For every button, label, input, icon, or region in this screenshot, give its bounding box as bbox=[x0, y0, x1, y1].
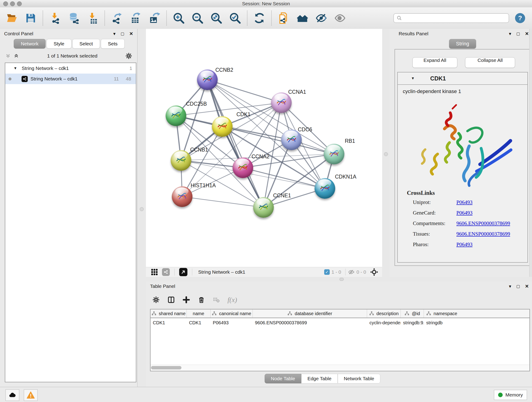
gear-icon[interactable] bbox=[125, 52, 132, 59]
search-input[interactable] bbox=[393, 13, 509, 23]
cell-id[interactable]: stringdb:9... bbox=[401, 320, 424, 325]
grid-mode-icon[interactable] bbox=[151, 269, 158, 275]
crosslink-pharos[interactable]: P06493 bbox=[456, 242, 472, 248]
horizontal-splitter[interactable] bbox=[146, 277, 532, 281]
help-button[interactable]: ? bbox=[515, 13, 525, 23]
show-columns-icon[interactable] bbox=[167, 296, 175, 303]
panel-menu-icon[interactable]: ▾ bbox=[113, 31, 115, 36]
delete-column-icon[interactable] bbox=[198, 296, 205, 303]
network-node-ccna2[interactable] bbox=[233, 157, 253, 178]
tab-select[interactable]: Select bbox=[72, 39, 100, 49]
window-minimize-button[interactable] bbox=[10, 1, 15, 6]
hide-selected-button[interactable] bbox=[315, 12, 327, 24]
add-column-icon[interactable] bbox=[183, 296, 190, 303]
column-header-id[interactable]: @id bbox=[401, 309, 424, 318]
tab-network-table[interactable]: Network Table bbox=[338, 374, 380, 383]
right-splitter-handle[interactable] bbox=[384, 152, 388, 156]
column-header-database-identifier[interactable]: database identifier bbox=[253, 309, 367, 318]
table-menu-icon[interactable]: ▾ bbox=[509, 283, 511, 289]
network-node-cdkn1a[interactable] bbox=[315, 178, 335, 199]
column-header-namespace[interactable]: namespace bbox=[424, 309, 530, 318]
network-view[interactable]: CCNB2CCNA1CDC25BCDK1CDC6RB1CCNB1CCNA2CDK… bbox=[146, 29, 382, 277]
collapse-all-icon[interactable] bbox=[5, 53, 11, 59]
crosslink-compartments[interactable]: 9606.ENSP00000378699 bbox=[456, 220, 510, 226]
save-session-button[interactable] bbox=[25, 12, 37, 24]
crosslink-genecard[interactable]: P06493 bbox=[456, 210, 472, 216]
table-float-icon[interactable]: ▢ bbox=[516, 284, 520, 289]
results-scrollbar[interactable] bbox=[529, 29, 532, 281]
cell-shared-name[interactable]: CDK1 bbox=[151, 320, 187, 325]
cell-name[interactable]: CDK1 bbox=[187, 320, 210, 325]
network-canvas[interactable]: CCNB2CCNA1CDC25BCDK1CDC6RB1CCNB1CCNA2CDK… bbox=[146, 29, 382, 267]
cell-canonical-name[interactable]: P06493 bbox=[210, 320, 253, 325]
cell-namespace[interactable]: stringdb bbox=[424, 320, 530, 325]
collection-expand-icon[interactable]: ▼ bbox=[13, 66, 17, 70]
network-node-rb1[interactable] bbox=[324, 144, 344, 164]
right-splitter[interactable] bbox=[382, 29, 389, 281]
export-image-button[interactable] bbox=[148, 12, 160, 24]
zoom-out-button[interactable] bbox=[191, 12, 203, 24]
expand-all-icon[interactable] bbox=[13, 53, 19, 59]
left-splitter[interactable] bbox=[138, 29, 146, 387]
tab-string[interactable]: String bbox=[449, 39, 476, 49]
export-table-button[interactable] bbox=[130, 12, 142, 24]
crosslink-uniprot[interactable]: P06493 bbox=[456, 199, 472, 205]
search-field[interactable] bbox=[402, 15, 506, 21]
column-header-shared-name[interactable]: shared name bbox=[151, 309, 187, 318]
tab-edge-table[interactable]: Edge Table bbox=[301, 374, 338, 383]
column-header-canonical-name[interactable]: canonical name bbox=[210, 309, 253, 318]
detach-view-button[interactable] bbox=[179, 268, 187, 276]
horizontal-splitter-handle[interactable] bbox=[340, 278, 344, 281]
first-neighbors-button[interactable] bbox=[297, 12, 308, 24]
open-session-button[interactable] bbox=[6, 12, 18, 24]
refresh-button[interactable] bbox=[253, 12, 265, 24]
table-settings-gear-icon[interactable] bbox=[152, 296, 160, 303]
gene-card-header[interactable]: ▼ CDK1 bbox=[398, 72, 527, 85]
import-network-database-button[interactable] bbox=[68, 12, 80, 24]
window-close-button[interactable] bbox=[3, 1, 8, 6]
results-menu-icon[interactable]: ▾ bbox=[509, 31, 511, 36]
network-node-hist1h1a[interactable] bbox=[172, 186, 192, 207]
cell-database-identifier[interactable]: 9606.ENSP00000378699 bbox=[253, 320, 367, 325]
clone-network-button[interactable] bbox=[278, 12, 290, 24]
network-collection-row[interactable]: ▼ String Network – cdk1 1 bbox=[5, 63, 136, 74]
network-mode-icon[interactable] bbox=[162, 268, 170, 276]
show-all-button[interactable] bbox=[334, 12, 346, 24]
network-node-ccna1[interactable] bbox=[271, 92, 292, 113]
cell-description[interactable]: cyclin-dependent ... bbox=[367, 320, 401, 325]
panel-float-icon[interactable]: ▢ bbox=[120, 32, 124, 36]
export-network-button[interactable] bbox=[111, 12, 123, 24]
column-header-description[interactable]: description bbox=[367, 309, 401, 318]
network-node-cdc25b[interactable] bbox=[166, 105, 186, 126]
table-horizontal-scrollbar[interactable] bbox=[151, 365, 530, 371]
fit-selected-icon[interactable] bbox=[370, 268, 378, 276]
column-header-name[interactable]: name bbox=[187, 309, 210, 318]
window-zoom-button[interactable] bbox=[17, 1, 22, 6]
scrollbar-thumb[interactable] bbox=[151, 366, 181, 370]
tab-node-table[interactable]: Node Table bbox=[265, 374, 301, 383]
crosslink-tissues[interactable]: 9606.ENSP00000378699 bbox=[456, 231, 510, 237]
tab-style[interactable]: Style bbox=[46, 39, 71, 49]
cloud-button[interactable] bbox=[6, 389, 19, 401]
zoom-fit-button[interactable] bbox=[210, 12, 222, 24]
selected-checkbox-icon[interactable]: ✓ bbox=[324, 269, 330, 275]
expand-all-button[interactable]: Expand All bbox=[412, 57, 457, 68]
network-node-ccnb1[interactable] bbox=[171, 150, 191, 171]
collapse-all-button[interactable]: Collapse All bbox=[465, 57, 515, 68]
network-node-ccnb2[interactable] bbox=[197, 70, 218, 90]
import-network-file-button[interactable] bbox=[49, 12, 61, 24]
tab-sets[interactable]: Sets bbox=[101, 39, 125, 49]
table-close-icon[interactable]: ✕ bbox=[525, 283, 529, 289]
network-row[interactable]: String Network – cdk1 11 48 bbox=[5, 74, 136, 84]
network-node-cdk1[interactable] bbox=[212, 116, 233, 137]
table-row[interactable]: CDK1 CDK1 P06493 9606.ENSP00000378699 cy… bbox=[151, 318, 530, 327]
warnings-button[interactable] bbox=[24, 389, 38, 401]
left-splitter-handle[interactable] bbox=[140, 207, 144, 211]
zoom-in-button[interactable] bbox=[173, 12, 185, 24]
tab-network[interactable]: Network bbox=[14, 39, 46, 49]
memory-button[interactable]: Memory bbox=[494, 390, 527, 400]
panel-close-icon[interactable]: ✕ bbox=[129, 31, 133, 36]
gene-expand-icon[interactable]: ▼ bbox=[411, 76, 415, 80]
results-float-icon[interactable]: ▢ bbox=[516, 32, 520, 36]
results-close-icon[interactable]: ✕ bbox=[525, 31, 529, 36]
